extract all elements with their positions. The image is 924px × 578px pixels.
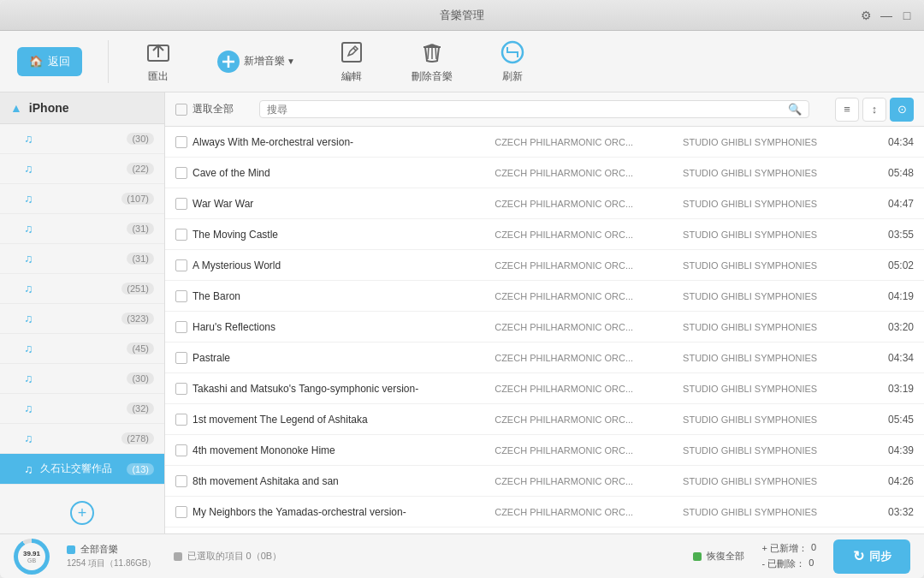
refresh-icon — [499, 39, 526, 66]
track-title: My Neighbors the Yamadas-orchestral vers… — [192, 506, 495, 518]
track-row[interactable]: Always With Me-orchestral version- CZECH… — [165, 127, 924, 158]
track-checkbox[interactable] — [175, 136, 192, 148]
sidebar-item-6[interactable]: ♫ (323) — [0, 304, 164, 334]
sidebar-item-5[interactable]: ♫ (251) — [0, 274, 164, 304]
sidebar-item-3[interactable]: ♫ (31) — [0, 214, 164, 244]
refresh-button[interactable]: 刷新 — [489, 33, 536, 89]
svg-line-7 — [428, 47, 429, 59]
checkbox-element[interactable] — [175, 414, 187, 426]
search-input[interactable] — [267, 104, 788, 116]
checkbox-element[interactable] — [175, 259, 187, 271]
settings-button[interactable]: ⚙ — [859, 9, 873, 22]
sidebar-item-0[interactable]: ♫ (30) — [0, 124, 164, 154]
track-row[interactable]: Haru's Reflections CZECH PHILHARMONIC OR… — [165, 312, 924, 343]
sidebar-item-8[interactable]: ♫ (30) — [0, 364, 164, 394]
track-title: The Moving Castle — [192, 229, 495, 241]
dropdown-arrow-icon: ▼ — [287, 57, 295, 66]
track-row[interactable]: The Moving Castle CZECH PHILHARMONIC ORC… — [165, 219, 924, 250]
track-album: STUDIO GHIBLI SYMPHONIES — [683, 322, 871, 332]
sidebar-header: ▲ iPhone — [0, 92, 164, 124]
checkbox-element[interactable] — [175, 290, 187, 302]
track-album: STUDIO GHIBLI SYMPHONIES — [683, 260, 871, 271]
checkbox-element[interactable] — [175, 383, 187, 395]
track-checkbox[interactable] — [175, 383, 192, 395]
list-view-button[interactable]: ≡ — [835, 98, 859, 122]
add-playlist-button[interactable]: + — [70, 501, 94, 525]
track-checkbox[interactable] — [175, 506, 192, 518]
minimize-button[interactable]: — — [880, 9, 893, 22]
track-checkbox[interactable] — [175, 229, 192, 241]
track-row[interactable]: Pastrale CZECH PHILHARMONIC ORC... STUDI… — [165, 343, 924, 373]
track-duration: 03:20 — [871, 321, 914, 333]
track-artist: CZECH PHILHARMONIC ORC... — [495, 414, 683, 425]
sync-button[interactable]: ↻ 同步 — [833, 539, 910, 574]
track-album: STUDIO GHIBLI SYMPHONIES — [683, 476, 871, 486]
track-checkbox[interactable] — [175, 290, 192, 302]
track-row[interactable]: 1st movement The Legend of Ashitaka CZEC… — [165, 404, 924, 435]
track-artist: CZECH PHILHARMONIC ORC... — [495, 353, 683, 363]
track-row[interactable]: My Neighbors the Yamadas-orchestral vers… — [165, 497, 924, 527]
checkbox-element[interactable] — [175, 475, 187, 487]
track-row[interactable]: The Baron CZECH PHILHARMONIC ORC... STUD… — [165, 281, 924, 312]
track-album: STUDIO GHIBLI SYMPHONIES — [683, 414, 871, 425]
sidebar-item-4[interactable]: ♫ (31) — [0, 244, 164, 274]
track-title: 1st movement The Legend of Ashitaka — [192, 414, 495, 426]
edit-icon — [338, 39, 365, 66]
sidebar-item-active[interactable]: ♫ 久石让交響作品 (13) — [0, 454, 164, 485]
track-title: 8th movement Ashitaka and san — [192, 475, 495, 487]
track-checkbox[interactable] — [175, 198, 192, 210]
back-button[interactable]: 🏠 返回 — [17, 47, 82, 76]
track-checkbox[interactable] — [175, 444, 192, 456]
track-row[interactable]: War War War CZECH PHILHARMONIC ORC... ST… — [165, 188, 924, 219]
track-row[interactable]: 4th movement Mononoke Hime CZECH PHILHAR… — [165, 435, 924, 466]
music-note-active-icon: ♫ — [24, 462, 33, 476]
track-row[interactable]: A Mysterious World CZECH PHILHARMONIC OR… — [165, 250, 924, 281]
checkbox-element[interactable] — [175, 198, 187, 210]
select-all-area[interactable]: 選取全部 — [175, 102, 234, 116]
track-checkbox[interactable] — [175, 352, 192, 364]
track-duration: 04:19 — [871, 290, 914, 302]
track-title: Pastrale — [192, 352, 495, 364]
track-row[interactable]: 8th movement Ashitaka and san CZECH PHIL… — [165, 466, 924, 497]
checkbox-element[interactable] — [175, 352, 187, 364]
edit-button[interactable]: 編輯 — [328, 33, 376, 89]
checkbox-element[interactable] — [175, 229, 187, 241]
checkbox-element[interactable] — [175, 444, 187, 456]
sidebar-item-2[interactable]: ♫ (107) — [0, 184, 164, 214]
checkbox-element[interactable] — [175, 321, 187, 333]
checkbox-element[interactable] — [175, 136, 187, 148]
sidebar-item-1[interactable]: ♫ (22) — [0, 154, 164, 184]
select-all-checkbox[interactable] — [175, 104, 187, 116]
checkbox-element[interactable] — [175, 167, 187, 179]
restore-dot — [693, 552, 702, 561]
track-duration: 04:47 — [871, 198, 914, 210]
sidebar-item-10[interactable]: ♫ (278) — [0, 424, 164, 454]
delete-button[interactable]: 刪除音樂 — [401, 33, 463, 89]
storage-inner: 39.91 GB — [18, 543, 45, 570]
track-row[interactable]: Cave of the Mind CZECH PHILHARMONIC ORC.… — [165, 158, 924, 188]
export-icon — [145, 39, 172, 66]
restore-item: 恢復全部 — [693, 550, 744, 563]
sidebar-item-9[interactable]: ♫ (32) — [0, 394, 164, 424]
track-artist: CZECH PHILHARMONIC ORC... — [495, 445, 683, 456]
grid-view-button[interactable]: ⊙ — [890, 98, 914, 122]
track-checkbox[interactable] — [175, 414, 192, 426]
maximize-button[interactable]: □ — [900, 9, 914, 22]
track-album: STUDIO GHIBLI SYMPHONIES — [683, 199, 871, 209]
track-checkbox[interactable] — [175, 321, 192, 333]
track-checkbox[interactable] — [175, 167, 192, 179]
track-row[interactable]: Takashi and Matsuko's Tango-symphonic ve… — [165, 373, 924, 404]
track-checkbox[interactable] — [175, 475, 192, 487]
track-checkbox[interactable] — [175, 259, 192, 271]
sidebar-item-7[interactable]: ♫ (45) — [0, 334, 164, 364]
sort-button[interactable]: ↕ — [862, 98, 886, 122]
export-button[interactable]: 匯出 — [134, 33, 182, 89]
checkbox-element[interactable] — [175, 506, 187, 518]
track-title: Takashi and Matsuko's Tango-symphonic ve… — [192, 383, 495, 395]
music-note-icon: ♫ — [24, 192, 33, 206]
track-album: STUDIO GHIBLI SYMPHONIES — [683, 507, 871, 517]
app-window: 音樂管理 ⚙ — □ 🏠 返回 匯出 — [0, 0, 924, 578]
add-icon — [215, 48, 242, 75]
music-note-icon: ♫ — [24, 312, 33, 325]
add-music-button[interactable]: 新增音樂 ▼ — [208, 43, 302, 80]
